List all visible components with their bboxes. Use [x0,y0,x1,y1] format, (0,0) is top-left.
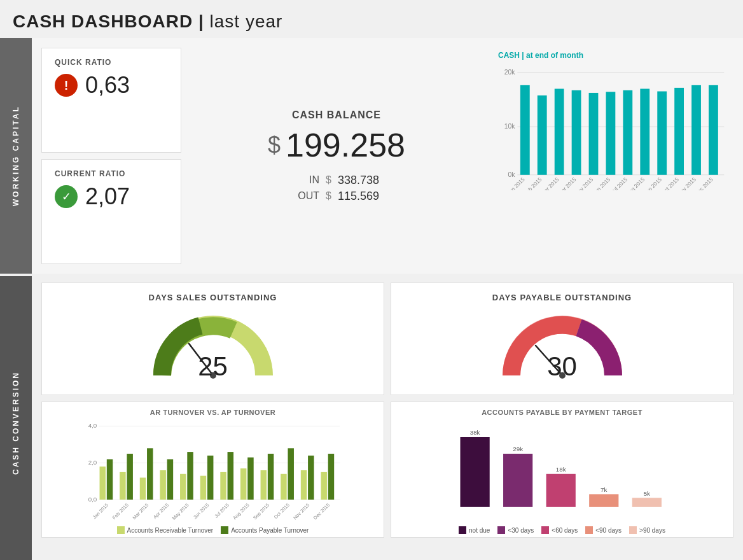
quick-ratio-label: QUICK RATIO [55,58,168,67]
svg-text:May 2015: May 2015 [573,176,595,190]
ap-payment-legend-item: <90 days [585,526,621,534]
dpo-panel: DAYS PAYABLE OUTSTANDING [391,283,733,395]
svg-text:7k: 7k [601,486,607,493]
svg-text:Mar 2015: Mar 2015 [132,502,150,521]
cash-out-label: OUT [294,190,319,202]
svg-rect-69 [281,474,286,500]
svg-rect-80 [503,454,532,507]
svg-rect-12 [572,90,581,175]
cash-out-value: 115.569 [338,190,379,203]
page-title: CASH DASHBOARD | last year [0,0,743,38]
svg-rect-61 [228,452,233,500]
current-ratio-check-icon: ✓ [55,185,78,208]
svg-rect-10 [555,89,564,175]
svg-rect-63 [240,468,246,500]
svg-text:38k: 38k [470,429,480,436]
quick-ratio-value-row: ! 0,63 [55,72,168,99]
cash-in-currency: $ [326,174,331,186]
quick-ratio-value: 0,63 [85,72,130,99]
dpo-value: 30 [547,351,577,382]
ap-legend-item: Accounts Payable Turnover [221,526,309,534]
svg-rect-78 [461,437,490,507]
svg-text:Sep 2015: Sep 2015 [252,502,270,521]
cash-balance-panel: CASH BALANCE $ 199.258 IN $ 338.738 OUT … [191,48,482,264]
current-ratio-card: CURRENT RATIO ✓ 2,07 [41,159,181,264]
svg-text:Sep 2015: Sep 2015 [642,176,663,190]
svg-rect-76 [328,454,334,500]
svg-rect-43 [107,459,113,500]
svg-text:5k: 5k [644,490,650,497]
bottom-charts-row: AR TURNOVER VS. AP TURNOVER 4,0 2,0 0,0 … [41,402,733,538]
cash-chart-title: CASH | at end of month [498,51,727,60]
cash-chart-panel: CASH | at end of month 20k 10k 0k Jan 20… [492,48,733,264]
svg-rect-51 [160,470,165,500]
svg-rect-84 [589,494,618,507]
svg-text:Nov 2015: Nov 2015 [292,502,310,521]
ap-legend-label-4: >90 days [639,527,665,534]
svg-rect-28 [709,85,718,175]
svg-rect-60 [220,472,226,500]
gauges-row: DAYS SALES OUTSTANDING [41,283,733,395]
ap-legend-color-2 [541,526,549,534]
svg-rect-66 [261,470,267,500]
svg-rect-55 [187,452,193,500]
current-ratio-value: 2,07 [85,183,130,210]
ap-legend-color-0 [459,526,466,534]
svg-rect-57 [200,476,206,500]
svg-text:Aug 2015: Aug 2015 [232,502,250,521]
ratios-column: QUICK RATIO ! 0,63 CURRENT RATIO ✓ 2,07 [41,48,181,264]
ar-ap-panel: AR TURNOVER VS. AP TURNOVER 4,0 2,0 0,0 … [41,402,384,538]
svg-text:4,0: 4,0 [88,422,97,429]
working-capital-sidebar: WORKING CAPITAL [0,38,32,274]
ap-legend-color-1 [497,526,505,534]
cash-balance-main: $ 199.258 [268,126,405,164]
ap-legend-color-4 [629,526,637,534]
ar-ap-title: AR TURNOVER VS. AP TURNOVER [52,409,374,416]
ap-legend-label-3: <90 days [595,527,621,534]
svg-text:Apr 2015: Apr 2015 [152,502,170,520]
cash-bar-chart: 20k 10k 0k Jan 2015Feb 2015Mar 2015Apr 2… [498,63,727,190]
svg-text:10k: 10k [504,123,516,130]
svg-rect-14 [589,93,599,175]
svg-rect-42 [100,466,106,500]
svg-text:18k: 18k [556,466,566,473]
svg-text:Apr 2015: Apr 2015 [557,176,578,190]
svg-rect-6 [520,85,530,175]
svg-rect-20 [640,89,649,175]
ar-legend-color [117,526,125,534]
svg-rect-86 [632,498,662,507]
svg-text:Oct 2015: Oct 2015 [273,502,291,520]
svg-rect-72 [301,470,307,500]
svg-rect-75 [321,472,326,500]
svg-rect-8 [538,95,547,175]
ap-payment-panel: ACCOUNTS PAYABLE BY PAYMENT TARGET 38k29… [391,402,733,538]
cash-in-row: IN $ 338.738 [294,174,379,187]
ap-payment-chart-svg: 38k29k18k7k5k [401,419,723,521]
quick-ratio-card: QUICK RATIO ! 0,63 [41,48,181,153]
svg-text:Jan 2015: Jan 2015 [506,176,526,190]
working-capital-section: WORKING CAPITAL QUICK RATIO ! 0,63 CURRE… [0,38,743,274]
svg-rect-22 [657,92,667,175]
ap-legend-label-2: <60 days [552,527,578,534]
current-ratio-value-row: ✓ 2,07 [55,183,168,210]
cash-balance-currency: $ [268,132,281,158]
ar-legend-item: Accounts Receivable Turnover [117,526,214,534]
svg-rect-18 [623,90,632,175]
ap-payment-legend-item: not due [459,526,490,534]
svg-rect-73 [308,456,314,500]
ap-payment-legend-item: >90 days [629,526,665,534]
ar-legend-label: Accounts Receivable Turnover [127,527,214,534]
svg-text:2,0: 2,0 [88,459,97,466]
ar-ap-chart-svg: 4,0 2,0 0,0 Jan 2015Feb 2015Mar 2015Apr … [52,419,374,521]
ap-payment-legend: not due<30 days<60 days<90 days>90 days [401,526,723,534]
cash-in-value: 338.738 [338,174,379,187]
svg-text:Jan 2015: Jan 2015 [92,502,109,520]
svg-text:Feb 2015: Feb 2015 [111,502,130,521]
cash-out-row: OUT $ 115.569 [294,190,379,203]
cash-conversion-sidebar: CASH CONVERSION [0,276,32,560]
svg-rect-46 [127,454,132,500]
svg-text:Jun 2015: Jun 2015 [192,502,210,520]
svg-rect-64 [247,458,253,500]
svg-rect-70 [288,448,293,500]
ap-legend-label-1: <30 days [508,527,534,534]
